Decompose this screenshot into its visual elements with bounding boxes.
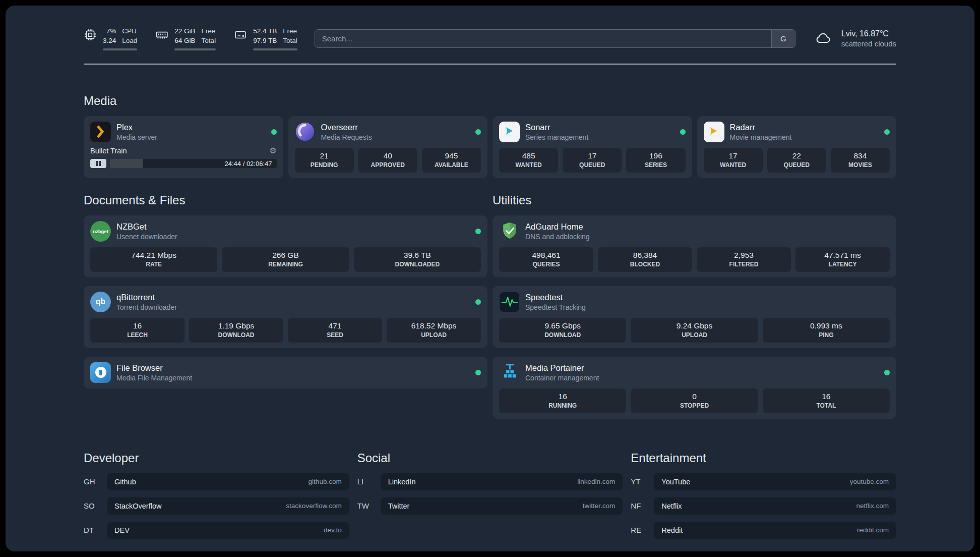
bookmark-row: YT YouTube youtube.com [631, 473, 896, 490]
bookmark-youtube[interactable]: YouTube youtube.com [654, 473, 896, 490]
resource-widgets: 7% CPU 3.24 Load 22 [84, 27, 297, 50]
stat-value: 485 [501, 151, 556, 160]
stat-value: 266 GB [224, 251, 347, 260]
stat-value: 744.21 Mbps [92, 251, 215, 260]
filebrowser-icon [90, 362, 111, 383]
cpu-usage-bar [103, 48, 137, 50]
stat-label: DOWNLOAD [191, 331, 281, 339]
topbar-divider [84, 64, 896, 65]
stat-value: 196 [628, 151, 683, 160]
gear-icon[interactable]: ⚙ [269, 147, 276, 155]
stat-label: WANTED [706, 161, 761, 169]
disk-free: 52.4 TB [253, 27, 277, 36]
status-dot [680, 129, 686, 135]
bookmark-url: reddit.com [857, 526, 889, 534]
service-card-radarr[interactable]: Radarr Movie management 17 WANTED 22 QUE… [697, 116, 897, 178]
stat-ping: 0.993 ms PING [763, 318, 890, 343]
section-title-media: Media [84, 94, 896, 108]
stat-queries: 498,461 QUERIES [499, 247, 593, 272]
service-card-overseerr[interactable]: Overseerr Media Requests 21 PENDING 40 A… [288, 116, 488, 178]
service-name: Plex [116, 123, 157, 132]
top-bar: 7% CPU 3.24 Load 22 [84, 27, 896, 50]
stat-label: SEED [290, 331, 380, 339]
plex-now-playing: Bullet Train ⚙ 24:44 / 02:06:47 [90, 147, 277, 168]
stat-value: 618.52 Mbps [389, 321, 479, 330]
memory-total-label: Total [202, 36, 216, 46]
stat-label: RATE [92, 261, 215, 268]
stat-value: 9.24 Gbps [633, 321, 756, 330]
service-description: Container management [525, 374, 599, 382]
service-card-adguard[interactable]: AdGuard Home DNS and adblocking 498,461 … [493, 215, 896, 277]
service-name: Overseerr [321, 123, 372, 132]
service-description: Usenet downloader [116, 233, 177, 241]
status-dot [271, 129, 277, 135]
stat-label: QUEUED [565, 161, 620, 169]
stat-label: UPLOAD [633, 331, 756, 339]
service-name: Radarr [730, 123, 792, 132]
service-card-filebrowser[interactable]: File Browser Media File Management [84, 357, 487, 388]
stat-label: LATENCY [798, 261, 888, 268]
stat-value: 9.65 Gbps [501, 321, 624, 330]
stat-label: MOVIES [833, 161, 888, 169]
search-provider-button[interactable]: G [771, 30, 795, 47]
stat-label: QUERIES [501, 261, 591, 268]
status-dot [884, 370, 890, 375]
search-input[interactable] [315, 29, 795, 48]
stat-value: 0 [633, 392, 756, 401]
memory-free: 22 GiB [174, 27, 195, 36]
pause-button[interactable] [90, 159, 106, 168]
playback-time: 24:44 / 02:06:47 [225, 159, 272, 167]
service-card-speedtest[interactable]: Speedtest Speedtest Tracking 9.65 Gbps D… [493, 286, 896, 348]
stat-label: REMAINING [224, 261, 347, 268]
bookmark-netflix[interactable]: Netflix netflix.com [654, 497, 896, 515]
bookmark-stackoverflow[interactable]: StackOverflow stackoverflow.com [107, 497, 349, 515]
bookmark-twitter[interactable]: Twitter twitter.com [381, 497, 623, 515]
stat-label: APPROVED [360, 161, 415, 169]
stat-value: 471 [290, 321, 380, 330]
bookmark-row: NF Netflix netflix.com [631, 497, 896, 515]
stat-value: 16 [92, 321, 182, 330]
service-card-plex[interactable]: Plex Media server Bullet Train ⚙ [84, 116, 283, 178]
bookmark-row: LI LinkedIn linkedin.com [357, 473, 623, 490]
service-card-qbittorrent[interactable]: qb qBittorrent Torrent downloader 16 LEE… [84, 286, 487, 348]
stat-label: FILTERED [699, 261, 789, 268]
playback-progress-bar[interactable]: 24:44 / 02:06:47 [110, 159, 277, 168]
bookmark-abbr: SO [84, 502, 107, 510]
plex-icon [90, 122, 111, 142]
stat-stopped: 0 STOPPED [631, 388, 758, 413]
weather-location: Lviv, 16.87°C [841, 29, 896, 38]
service-card-portainer[interactable]: Media Portainer Container management 16 … [493, 357, 896, 419]
memory-icon [155, 28, 168, 50]
bookmark-url: youtube.com [850, 478, 889, 485]
memory-total: 64 GiB [174, 36, 195, 46]
bookmark-name: YouTube [661, 478, 690, 486]
service-card-sonarr[interactable]: Sonarr Series management 485 WANTED 17 Q… [493, 116, 692, 178]
stat-movies: 834 MOVIES [831, 148, 890, 173]
bookmark-abbr: LI [357, 477, 381, 486]
stat-label: UPLOAD [389, 331, 479, 339]
stat-value: 1.19 Gbps [191, 321, 281, 330]
bookmark-abbr: YT [631, 477, 654, 486]
cpu-load: 3.24 [103, 36, 116, 46]
stat-value: 47.571 ms [798, 251, 888, 260]
stat-label: QUEUED [769, 161, 824, 169]
bookmark-url: github.com [309, 478, 342, 485]
bookmark-dev[interactable]: DEV dev.to [107, 522, 349, 539]
status-dot [475, 229, 481, 234]
bookmark-linkedin[interactable]: LinkedIn linkedin.com [381, 473, 623, 490]
stat-total: 16 TOTAL [763, 388, 890, 413]
stat-label: AVAILABLE [424, 161, 479, 169]
service-card-nzbget[interactable]: nzbget NZBGet Usenet downloader 744.21 M… [84, 215, 487, 277]
bookmark-reddit[interactable]: Reddit reddit.com [654, 522, 896, 539]
cpu-percent: 7% [103, 27, 116, 36]
service-name: Speedtest [525, 293, 586, 302]
bookmark-github[interactable]: Github github.com [107, 473, 349, 490]
stat-queued: 17 QUEUED [563, 148, 622, 173]
stat-label: STOPPED [633, 402, 756, 409]
bookmark-name: Twitter [388, 502, 410, 510]
stat-wanted: 17 WANTED [704, 148, 763, 173]
stat-value: 0.993 ms [765, 321, 888, 330]
bookmark-row: GH Github github.com [84, 473, 349, 490]
cloud-icon [813, 30, 835, 46]
memory-free-label: Free [202, 27, 216, 36]
